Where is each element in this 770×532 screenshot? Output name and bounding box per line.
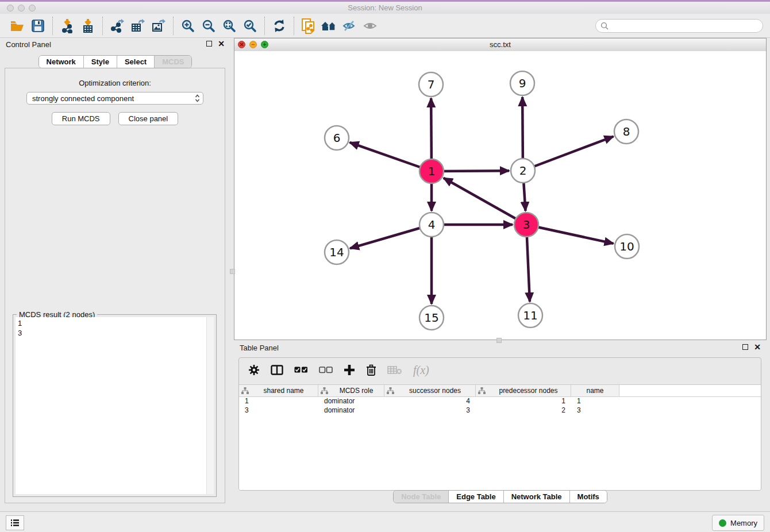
apply-style-button[interactable] <box>269 16 290 36</box>
export-network-button[interactable] <box>107 16 128 36</box>
graph-node-4[interactable]: 4 <box>419 213 444 237</box>
cell-successor-nodes[interactable]: 4 <box>384 397 476 406</box>
svg-text:8: 8 <box>623 125 630 138</box>
toolbar-separator <box>264 17 265 35</box>
tab-edge-table[interactable]: Edge Table <box>448 491 503 503</box>
zoom-fit-icon <box>222 19 236 33</box>
open-folder-icon <box>10 20 25 32</box>
import-network-button[interactable] <box>57 16 78 36</box>
hide-selected-button[interactable] <box>340 16 360 36</box>
show-all-button[interactable] <box>360 16 381 36</box>
graph-node-1[interactable]: 1 <box>419 159 444 183</box>
mcds-result-text: 1 3 <box>16 317 206 494</box>
column-header-successor-nodes[interactable]: successor nodes <box>384 385 476 396</box>
column-header-shared-name[interactable]: shared name <box>239 385 318 396</box>
memory-button[interactable]: Memory <box>712 515 764 531</box>
tab-style[interactable]: Style <box>83 56 117 68</box>
zoom-fit-button[interactable] <box>219 16 240 36</box>
edge-1-6[interactable] <box>350 142 432 171</box>
select-stepper-icon <box>194 94 201 103</box>
float-table-panel-icon[interactable] <box>742 344 748 350</box>
search-field[interactable] <box>595 19 763 33</box>
tab-mcds[interactable]: MCDS <box>154 56 191 68</box>
graph-node-2[interactable]: 2 <box>511 159 535 183</box>
edge-3-10[interactable] <box>526 225 614 244</box>
zoom-selected-button[interactable] <box>240 16 260 36</box>
cell-name[interactable]: 3 <box>571 406 619 415</box>
tab-node-table[interactable]: Node Table <box>394 491 448 503</box>
cell-mcds-role[interactable]: dominator <box>318 397 384 406</box>
function-builder-button: f(x) <box>413 364 429 377</box>
graph-node-3[interactable]: 3 <box>514 213 538 237</box>
save-session-button[interactable] <box>28 16 48 36</box>
table-settings-button[interactable] <box>248 364 260 376</box>
network-view-window: ✕ − + scc.txt 7968124314101511 <box>234 38 767 340</box>
search-input[interactable] <box>612 21 758 30</box>
vertical-splitter-handle[interactable] <box>230 269 235 274</box>
network-window-titlebar: ✕ − + scc.txt <box>234 38 766 52</box>
optimization-criterion-label: Optimization criterion: <box>5 79 225 87</box>
eye-hide-icon <box>342 20 358 32</box>
graph-node-8[interactable]: 8 <box>614 119 638 144</box>
graph-node-14[interactable]: 14 <box>325 240 349 264</box>
toggle-panel-layout-button[interactable] <box>271 365 283 375</box>
tab-network-table[interactable]: Network Table <box>503 491 569 503</box>
optimization-criterion-select[interactable]: strongly connected component <box>26 92 203 105</box>
close-table-panel-icon[interactable]: ✕ <box>754 344 761 350</box>
tab-network[interactable]: Network <box>39 56 83 68</box>
tab-select[interactable]: Select <box>117 56 154 68</box>
close-panel-icon[interactable]: ✕ <box>218 41 225 47</box>
import-table-button[interactable] <box>78 16 98 36</box>
clone-network-button[interactable] <box>298 16 319 36</box>
graph-node-7[interactable]: 7 <box>419 72 443 97</box>
edge-2-8[interactable] <box>523 136 614 171</box>
cell-shared-name[interactable]: 3 <box>239 406 318 415</box>
export-network-icon <box>110 18 125 33</box>
edge-3-1[interactable] <box>444 178 526 225</box>
delete-column-button[interactable] <box>366 364 376 376</box>
zoom-out-button[interactable] <box>198 16 219 36</box>
cell-name[interactable]: 1 <box>571 397 619 406</box>
tab-motifs[interactable]: Motifs <box>569 491 607 503</box>
result-scrollbar[interactable] <box>206 317 214 494</box>
window-title: Session: New Session <box>0 3 770 12</box>
select-all-button[interactable] <box>294 367 308 373</box>
svg-text:1: 1 <box>428 164 436 178</box>
graph-node-10[interactable]: 10 <box>615 234 639 259</box>
zoom-in-icon <box>181 19 195 33</box>
delete-table-button <box>387 365 402 375</box>
network-canvas[interactable]: 7968124314101511 <box>234 51 766 340</box>
column-header-mcds-role[interactable]: MCDS role <box>318 385 384 396</box>
cell-predecessor-nodes[interactable]: 2 <box>476 406 571 415</box>
task-history-button[interactable] <box>6 515 24 530</box>
export-table-button[interactable] <box>128 16 148 36</box>
cell-mcds-role[interactable]: dominator <box>318 406 384 415</box>
graph-node-11[interactable]: 11 <box>518 303 542 327</box>
cell-predecessor-nodes[interactable]: 1 <box>476 397 571 406</box>
table-row[interactable]: 1dominator411 <box>239 397 761 406</box>
column-header-name[interactable]: name <box>571 385 619 396</box>
float-panel-icon[interactable] <box>206 41 212 47</box>
graph-node-15[interactable]: 15 <box>419 306 444 330</box>
gear-icon <box>248 364 260 376</box>
column-header-predecessor-nodes[interactable]: predecessor nodes <box>476 385 571 396</box>
column-type-icon <box>241 387 249 394</box>
cell-shared-name[interactable]: 1 <box>239 397 318 406</box>
zoom-in-button[interactable] <box>178 16 198 36</box>
close-panel-button[interactable]: Close panel <box>118 112 179 125</box>
add-column-button[interactable] <box>344 364 355 376</box>
table-row[interactable]: 3dominator323 <box>239 406 761 415</box>
graph-node-6[interactable]: 6 <box>325 126 349 150</box>
cell-successor-nodes[interactable]: 3 <box>384 406 476 415</box>
run-mcds-button[interactable]: Run MCDS <box>52 112 110 125</box>
first-neighbors-button[interactable] <box>319 16 340 36</box>
export-image-button[interactable] <box>148 16 169 36</box>
svg-text:10: 10 <box>619 240 634 253</box>
deselect-all-button[interactable] <box>319 367 333 373</box>
open-session-button[interactable] <box>7 16 28 36</box>
import-table-icon <box>81 18 95 33</box>
import-network-icon <box>60 18 74 33</box>
svg-text:7: 7 <box>428 78 435 91</box>
clone-network-icon <box>301 18 316 34</box>
graph-node-9[interactable]: 9 <box>510 71 534 95</box>
